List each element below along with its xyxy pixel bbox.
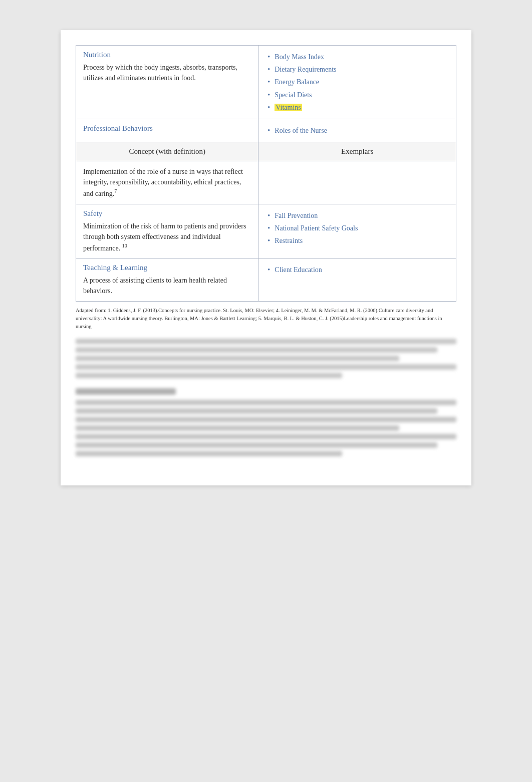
professional-exemplar-list: Roles of the Nurse <box>265 124 449 137</box>
table-row-safety: Safety Minimization of the risk of harm … <box>76 204 456 258</box>
blurred-paragraph <box>76 400 456 456</box>
teaching-concept-def: A process of assisting clients to learn … <box>83 275 251 296</box>
professional-exemplars-cell: Roles of the Nurse <box>258 119 456 142</box>
exemplar-label: Dietary Requirements <box>275 66 336 73</box>
teaching-exemplar-list: Client Education <box>265 264 449 276</box>
nutrition-concept-name: Nutrition <box>83 51 251 59</box>
list-item: Fall Prevention <box>265 209 449 222</box>
footnote-10: 10 <box>122 243 127 248</box>
safety-exemplar-list: Fall Prevention National Patient Safety … <box>265 209 449 247</box>
col2-header: Exemplars <box>258 142 456 161</box>
teaching-concept-name: Teaching & Learning <box>83 264 251 272</box>
professional-def-cell: Implementation of the role of a nurse in… <box>76 161 258 204</box>
list-item: Vitamins <box>265 101 449 114</box>
exemplar-label: Energy Balance <box>275 78 319 86</box>
safety-concept-name: Safety <box>83 209 251 218</box>
blurred-heading <box>76 388 456 395</box>
list-item: National Patient Safety Goals <box>265 222 449 234</box>
table-row-nutrition: Nutrition Process by which the body inge… <box>76 46 456 119</box>
blurred-section-1 <box>76 339 456 378</box>
teaching-concept-cell: Teaching & Learning A process of assisti… <box>76 258 258 302</box>
page-container: Nutrition Process by which the body inge… <box>61 30 471 485</box>
safety-concept-def: Minimization of the risk of harm to pati… <box>83 221 251 253</box>
professional-concept-name: Professional Behaviors <box>83 124 251 133</box>
exemplar-label: Roles of the Nurse <box>275 127 327 134</box>
footnote-7: 7 <box>114 188 117 194</box>
exemplar-label: Restraints <box>275 237 303 244</box>
list-item: Body Mass Index <box>265 51 449 63</box>
safety-exemplars-cell: Fall Prevention National Patient Safety … <box>258 204 456 258</box>
concept-table: Nutrition Process by which the body inge… <box>76 45 456 302</box>
exemplar-label: Fall Prevention <box>275 212 318 219</box>
table-row-teaching: Teaching & Learning A process of assisti… <box>76 258 456 302</box>
exemplar-label: Special Diets <box>275 91 312 99</box>
exemplar-label: Body Mass Index <box>275 53 324 61</box>
table-row-professional: Professional Behaviors Roles of the Nurs… <box>76 119 456 142</box>
nutrition-concept-def: Process by which the body ingests, absor… <box>83 62 251 83</box>
nutrition-exemplar-list: Body Mass Index Dietary Requirements Ene… <box>265 51 449 114</box>
list-item: Restraints <box>265 234 449 247</box>
blurred-section-2 <box>76 388 456 456</box>
list-item: Energy Balance <box>265 76 449 88</box>
vitamins-label: Vitamins <box>275 104 302 111</box>
professional-concept-cell: Professional Behaviors <box>76 119 258 142</box>
safety-concept-cell: Safety Minimization of the risk of harm … <box>76 204 258 258</box>
nutrition-exemplars-cell: Body Mass Index Dietary Requirements Ene… <box>258 46 456 119</box>
table-header-row: Concept (with definition) Exemplars <box>76 142 456 161</box>
professional-def-text: Implementation of the role of a nurse in… <box>83 166 251 199</box>
list-item: Dietary Requirements <box>265 63 449 76</box>
professional-exemplars-empty-cell <box>258 161 456 204</box>
list-item: Client Education <box>265 264 449 276</box>
teaching-exemplars-cell: Client Education <box>258 258 456 302</box>
list-item: Roles of the Nurse <box>265 124 449 137</box>
adapted-from-text: Adapted from: 1. Giddens, J. F. (2013).C… <box>76 307 456 330</box>
table-row-professional-def: Implementation of the role of a nurse in… <box>76 161 456 204</box>
exemplar-label: Client Education <box>275 266 322 274</box>
exemplar-label: National Patient Safety Goals <box>275 224 358 232</box>
nutrition-concept-cell: Nutrition Process by which the body inge… <box>76 46 258 119</box>
col1-header: Concept (with definition) <box>76 142 258 161</box>
list-item: Special Diets <box>265 89 449 101</box>
